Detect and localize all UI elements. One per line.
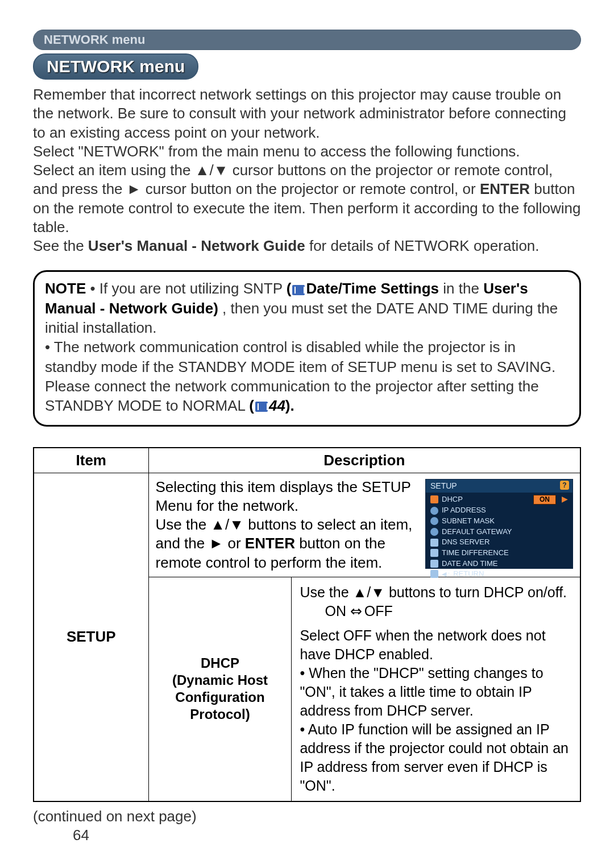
section-bar-label: NETWORK menu [44,32,145,47]
intro-p4a: See the [33,237,88,254]
section-title-pill: NETWORK menu [33,53,198,80]
dhcp-desc-a: Use the ▲/▼ buttons to turn DHCP on/off. [300,584,567,600]
osd-row-label: DNS SERVER [442,538,489,547]
osd-icon [430,495,438,503]
osd-panel: SETUP ? DHCPON▶ IP ADDRESS SUBNET MASK D… [425,479,573,569]
osd-icon [430,507,438,515]
section-bar: NETWORK menu [33,30,581,50]
dhcp-desc-cell: Use the ▲/▼ buttons to turn DHCP on/off.… [292,577,580,801]
dhcp-desc-b: Select OFF when the network does not hav… [300,627,545,662]
note-link1: Date/Time Settings [306,280,439,297]
intro-manual: User's Manual - Network Guide [88,237,305,254]
intro-text: Remember that incorrect network settings… [33,85,581,255]
setup-desc-a: Selecting this item displays the SETUP M… [156,478,411,514]
setup-desc-enter: ENTER [245,535,295,552]
osd-row-return: ◀ :RETURN [430,569,568,580]
dhcp-desc-d: • Auto IP function will be assigned an I… [300,721,569,793]
note-box: NOTE • If you are not utilizing SNTP (Da… [33,270,581,426]
note-line1a: • If you are not utilizing SNTP [90,280,286,297]
page-number: 64 [73,826,89,844]
osd-row: DATE AND TIME [430,559,568,569]
note-label: NOTE [45,280,86,297]
book-icon [255,402,268,412]
osd-arrow-icon: ▶ [562,494,568,505]
osd-row: TIME DIFFERENCE [430,548,568,559]
osd-icon [430,560,438,568]
osd-row: IP ADDRESS [430,505,568,516]
osd-icon [430,517,438,525]
section-pill-label: NETWORK menu [47,57,185,76]
setup-desc-cell: SETUP ? DHCPON▶ IP ADDRESS SUBNET MASK D… [148,473,580,577]
setup-item-cell: SETUP [34,473,148,801]
osd-help-icon: ? [560,481,569,490]
osd-row: SUBNET MASK [430,516,568,527]
osd-row-label: RETURN [453,569,484,579]
osd-row: DEFAULT GATEWAY [430,527,568,538]
osd-row-label: IP ADDRESS [442,506,486,515]
osd-header: SETUP ? [426,480,572,493]
osd-row-label: DHCP [442,495,463,505]
dhcp-off: OFF [364,603,393,619]
note-line2a: • The network communication control is d… [45,338,555,414]
intro-enter: ENTER [480,180,530,197]
osd-row-label: TIME DIFFERENCE [442,548,509,558]
osd-icon [430,528,438,536]
osd-row-label: SUBNET MASK [442,516,495,526]
osd-return-arrow: ◀ : [442,570,450,578]
note-refnum: 44 [269,397,285,414]
table-header-row: Item Description [34,448,580,473]
book-icon [292,285,305,295]
dhcp-name-cell: DHCP (Dynamic Host Conﬁguration Protocol… [148,577,292,801]
osd-icon [430,539,438,547]
intro-p1: Remember that incorrect network settings… [33,86,566,141]
description-table: Item Description SETUP SETUP ? DHCPON▶ I… [33,447,581,802]
table-row: SETUP SETUP ? DHCPON▶ IP ADDRESS SUBNET … [34,473,580,577]
dhcp-sep-icon: ⇔ [350,602,360,621]
osd-row: DNS SERVER [430,537,568,548]
th-description: Description [148,448,580,473]
osd-row-dhcp: DHCPON▶ [430,494,568,505]
continued-label: (continued on next page) [33,808,581,825]
note-ref-close: ). [285,397,294,414]
osd-row-label: DEFAULT GATEWAY [442,527,512,537]
note-line1c: in the [443,280,483,297]
osd-body: DHCPON▶ IP ADDRESS SUBNET MASK DEFAULT G… [426,493,572,581]
intro-p4b: for details of NETWORK operation. [309,237,540,254]
note-paren1: ( [287,280,292,297]
setup-label: SETUP [67,628,116,645]
dhcp-on: ON [325,603,346,619]
osd-row-label: DATE AND TIME [442,559,497,569]
dhcp-desc-c: • When the "DHCP" setting changes to "ON… [300,665,543,718]
osd-return-icon [430,570,438,578]
th-item: Item [34,448,148,473]
dhcp-title: DHCP [201,655,239,671]
dhcp-subtitle: (Dynamic Host Conﬁguration Protocol) [172,672,268,722]
intro-p2: Select "NETWORK" from the main menu to a… [33,143,520,160]
intro-p3a: Select an item using the ▲/▼ cursor butt… [33,162,553,197]
note-ref-open: ( [249,397,254,414]
osd-title: SETUP [430,481,457,490]
osd-icon [430,549,438,557]
osd-on-badge: ON [533,495,556,505]
